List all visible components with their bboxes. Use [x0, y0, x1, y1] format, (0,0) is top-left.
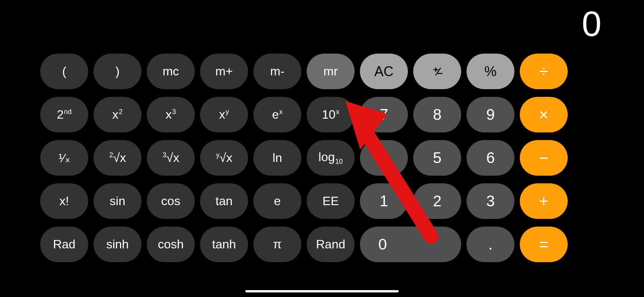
plus-minus-glyph: ⁺∕₋: [433, 65, 441, 78]
mc-button[interactable]: mc: [147, 54, 195, 89]
decimal-button[interactable]: .: [467, 227, 514, 262]
e-button[interactable]: e: [253, 183, 301, 219]
equals-button[interactable]: =: [520, 227, 568, 262]
factorial-button[interactable]: x!: [40, 183, 88, 219]
x-cubed-button[interactable]: x3: [147, 97, 195, 132]
tan-button[interactable]: tan: [200, 183, 248, 219]
home-indicator: [245, 290, 399, 292]
reciprocal-button[interactable]: ¹⁄ₓ: [40, 140, 88, 176]
mr-button[interactable]: mr: [307, 54, 355, 89]
y-root-button[interactable]: y√x: [200, 140, 248, 176]
multiply-button[interactable]: ×: [520, 97, 568, 132]
digit-1-button[interactable]: 1: [360, 183, 408, 219]
cube-root-button[interactable]: 3√x: [147, 140, 195, 176]
tanh-button[interactable]: tanh: [200, 227, 248, 262]
digit-9-button[interactable]: 9: [467, 97, 514, 132]
cosh-button[interactable]: cosh: [147, 227, 195, 262]
cos-button[interactable]: cos: [147, 183, 195, 219]
x-power-y-button[interactable]: xy: [200, 97, 248, 132]
mplus-button[interactable]: m+: [200, 54, 248, 89]
plus-minus-button[interactable]: ⁺∕₋: [413, 54, 461, 89]
rparen-button[interactable]: ): [94, 54, 141, 89]
square-root-button[interactable]: 2√x: [94, 140, 141, 176]
pi-button[interactable]: π: [253, 227, 301, 262]
sinh-button[interactable]: sinh: [94, 227, 141, 262]
plus-button[interactable]: +: [520, 183, 568, 219]
x-squared-button[interactable]: x2: [94, 97, 141, 132]
minus-button[interactable]: −: [520, 140, 568, 176]
ten-power-x-button[interactable]: 10x: [307, 97, 355, 132]
second-button[interactable]: 2nd: [40, 97, 88, 132]
percent-button[interactable]: %: [467, 54, 514, 89]
display-value: 0: [582, 4, 602, 44]
digit-4-button[interactable]: 4: [360, 140, 408, 176]
lparen-button[interactable]: (: [40, 54, 88, 89]
e-power-x-button[interactable]: ex: [253, 97, 301, 132]
digit-8-button[interactable]: 8: [413, 97, 461, 132]
mminus-button[interactable]: m-: [253, 54, 301, 89]
digit-6-button[interactable]: 6: [467, 140, 514, 176]
digit-2-button[interactable]: 2: [413, 183, 461, 219]
ee-button[interactable]: EE: [307, 183, 355, 219]
digit-3-button[interactable]: 3: [467, 183, 514, 219]
sin-button[interactable]: sin: [94, 183, 141, 219]
ln-button[interactable]: ln: [253, 140, 301, 176]
digit-7-button[interactable]: 7: [360, 97, 408, 132]
rand-button[interactable]: Rand: [307, 227, 355, 262]
rad-button[interactable]: Rad: [40, 227, 88, 262]
ac-button[interactable]: AC: [360, 54, 408, 89]
divide-button[interactable]: ÷: [520, 54, 568, 89]
button-grid: ( ) mc m+ m- mr AC ⁺∕₋ % ÷ 2nd x2 x3 xy …: [40, 54, 568, 262]
digit-0-button[interactable]: 0: [360, 227, 461, 262]
digit-5-button[interactable]: 5: [413, 140, 461, 176]
log10-button[interactable]: log10: [307, 140, 355, 176]
